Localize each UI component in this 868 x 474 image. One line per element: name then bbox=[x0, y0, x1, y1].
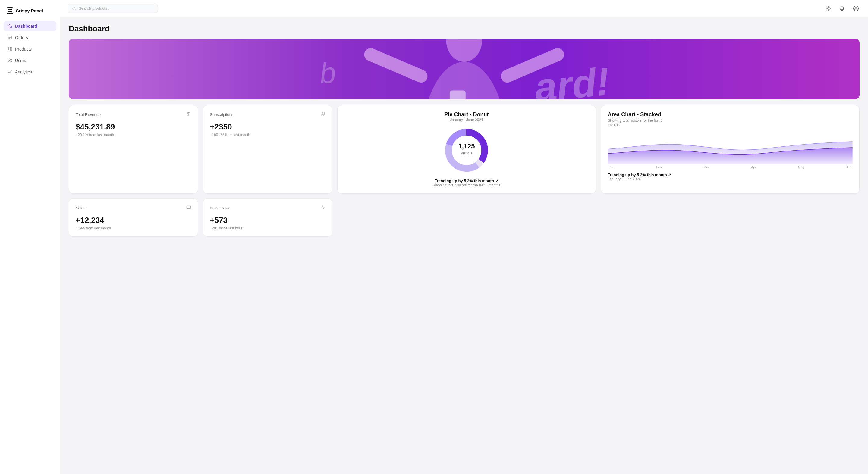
svg-point-8 bbox=[827, 7, 829, 9]
svg-point-25 bbox=[452, 136, 481, 165]
app-logo: Crispy Panel bbox=[4, 5, 56, 20]
sales-label: Sales bbox=[76, 206, 86, 210]
area-x-axis: Jan Feb Mar Apr May Jun bbox=[608, 165, 852, 169]
area-chart-subtitle: Showing total visitors for the last 6 mo… bbox=[608, 118, 668, 127]
svg-rect-18 bbox=[450, 91, 465, 99]
sun-icon bbox=[826, 6, 831, 11]
svg-rect-0 bbox=[8, 9, 10, 10]
main-content: Search products... bbox=[60, 0, 868, 474]
donut-trend: Trending up by 5.2% this month ↗ bbox=[344, 178, 589, 183]
x-label-may: May bbox=[798, 165, 804, 169]
hero-image: ard! b bbox=[69, 39, 860, 99]
subscriptions-change: +180.1% from last month bbox=[210, 133, 325, 137]
svg-text:ard!: ard! bbox=[533, 59, 611, 99]
donut-chart-subtitle: January - June 2024 bbox=[344, 118, 589, 122]
svg-rect-4 bbox=[8, 36, 11, 39]
subscriptions-label: Subscriptions bbox=[210, 112, 233, 117]
active-now-change: +201 since last hour bbox=[210, 226, 325, 230]
orders-icon bbox=[7, 35, 12, 40]
content-area: Dashboard bbox=[60, 17, 868, 474]
search-bar[interactable]: Search products... bbox=[67, 4, 158, 13]
dollar-icon bbox=[186, 111, 191, 117]
total-revenue-label: Total Revenue bbox=[76, 112, 101, 117]
svg-text:1,125: 1,125 bbox=[458, 142, 475, 150]
avatar-icon bbox=[853, 5, 859, 11]
donut-description: Showing total visitors for the last 6 mo… bbox=[344, 183, 589, 187]
sidebar-item-products[interactable]: Products bbox=[4, 44, 56, 54]
sidebar-item-users[interactable]: Users bbox=[4, 56, 56, 66]
x-label-jan: Jan bbox=[609, 165, 614, 169]
credit-card-icon bbox=[186, 205, 191, 211]
x-label-jun: Jun bbox=[846, 165, 851, 169]
notification-button[interactable] bbox=[837, 4, 847, 13]
stats-grid-bottom: Sales +12,234 +19% from last month Activ… bbox=[69, 198, 860, 237]
svg-point-6 bbox=[10, 59, 12, 60]
sidebar-item-orders[interactable]: Orders bbox=[4, 33, 56, 43]
donut-chart-card: Pie Chart - Donut January - June 2024 bbox=[337, 105, 596, 194]
area-chart-card: Area Chart - Stacked Showing total visit… bbox=[601, 105, 860, 194]
subscriptions-value: +2350 bbox=[210, 122, 325, 132]
total-revenue-card: Total Revenue $45,231.89 +20.1% from las… bbox=[69, 105, 198, 194]
area-chart-visual bbox=[608, 131, 852, 164]
sales-card: Sales +12,234 +19% from last month bbox=[69, 198, 198, 237]
sidebar-item-analytics[interactable]: Analytics bbox=[4, 67, 56, 77]
donut-chart-visual: 1,125 Visitors bbox=[344, 126, 589, 174]
sales-change: +19% from last month bbox=[76, 226, 191, 230]
svg-point-10 bbox=[855, 7, 857, 8]
search-icon bbox=[72, 6, 76, 10]
activity-icon bbox=[321, 205, 326, 211]
bell-icon bbox=[839, 6, 845, 11]
svg-rect-1 bbox=[10, 9, 12, 10]
logo-icon bbox=[7, 7, 13, 14]
search-placeholder: Search products... bbox=[79, 6, 111, 10]
theme-toggle-button[interactable] bbox=[824, 4, 833, 13]
svg-text:Visitors: Visitors bbox=[461, 151, 472, 156]
svg-rect-2 bbox=[8, 11, 10, 12]
sidebar-item-dashboard[interactable]: Dashboard bbox=[4, 21, 56, 31]
svg-point-5 bbox=[9, 59, 10, 61]
sales-value: +12,234 bbox=[76, 215, 191, 225]
header: Search products... bbox=[60, 0, 868, 17]
stats-grid-top: Total Revenue $45,231.89 +20.1% from las… bbox=[69, 105, 860, 194]
total-revenue-change: +20.1% from last month bbox=[76, 133, 191, 137]
svg-rect-3 bbox=[10, 11, 12, 12]
svg-text:b: b bbox=[319, 57, 337, 90]
analytics-icon bbox=[7, 70, 12, 74]
x-label-mar: Mar bbox=[704, 165, 709, 169]
donut-chart-title: Pie Chart - Donut bbox=[344, 111, 589, 118]
subscriptions-card: Subscriptions +2350 +180.1% from last mo… bbox=[203, 105, 332, 194]
sidebar: Crispy Panel Dashboard Orders Products U… bbox=[0, 0, 60, 474]
users-icon bbox=[7, 58, 12, 63]
products-icon bbox=[7, 47, 12, 52]
area-date-range: January - June 2024 bbox=[608, 177, 852, 181]
page-title: Dashboard bbox=[69, 24, 860, 33]
area-chart-footer: Trending up by 5.2% this month ↗ January… bbox=[608, 173, 852, 181]
x-label-feb: Feb bbox=[656, 165, 662, 169]
header-actions bbox=[824, 4, 861, 13]
home-icon bbox=[7, 24, 12, 29]
hero-banner: ard! b bbox=[69, 39, 860, 99]
area-chart-title: Area Chart - Stacked bbox=[608, 111, 852, 118]
svg-point-20 bbox=[322, 112, 323, 113]
users-stats-icon bbox=[321, 111, 326, 117]
active-now-label: Active Now bbox=[210, 206, 229, 210]
x-label-apr: Apr bbox=[751, 165, 756, 169]
total-revenue-value: $45,231.89 bbox=[76, 122, 191, 132]
active-now-card: Active Now +573 +201 since last hour bbox=[203, 198, 332, 237]
profile-button[interactable] bbox=[851, 4, 861, 13]
svg-rect-28 bbox=[187, 206, 191, 208]
active-now-value: +573 bbox=[210, 215, 325, 225]
area-trend: Trending up by 5.2% this month ↗ bbox=[608, 173, 852, 177]
